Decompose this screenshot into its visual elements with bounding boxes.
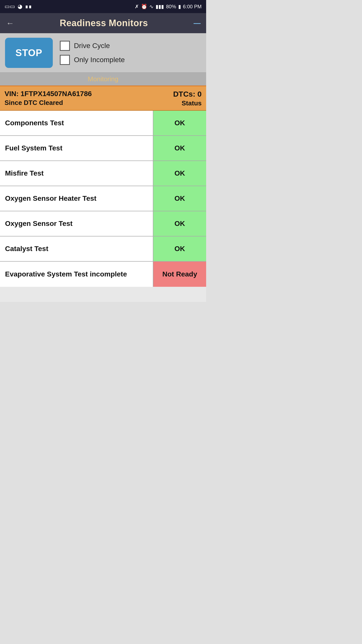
table-row: Fuel System TestOK [0, 136, 206, 161]
monitoring-text: Monitoring [88, 75, 118, 83]
controls-bar: STOP Drive Cycle Only Incomplete [0, 33, 206, 72]
status-bar-right: ✗ ⏰ ∿ ▮▮▮ 80% ▮ 6:00 PM [135, 4, 202, 10]
stop-button[interactable]: STOP [5, 38, 53, 68]
since-dtc-label: Since DTC Cleared [5, 99, 92, 107]
page-title: Readiness Monitors [60, 18, 148, 28]
dtcs-section: DTCs: 0 Status [173, 90, 202, 107]
only-incomplete-row: Only Incomplete [60, 55, 125, 65]
nav-bar: ← Readiness Monitors — [0, 13, 206, 33]
table-row: Oxygen Sensor TestOK [0, 211, 206, 236]
battery-text: 80% [166, 4, 176, 10]
test-status-cell: OK [153, 186, 206, 211]
test-status-cell: OK [153, 136, 206, 160]
test-name-cell: Fuel System Test [0, 136, 153, 160]
drive-cycle-label: Drive Cycle [74, 42, 110, 50]
vin-left: VIN: 1FTPX14507NA61786 Since DTC Cleared [5, 90, 92, 107]
test-table: Components TestOKFuel System TestOKMisfi… [0, 111, 206, 287]
table-row: Oxygen Sensor Heater TestOK [0, 186, 206, 211]
table-row: Evaporative System Test incompleteNot Re… [0, 262, 206, 287]
test-name-cell: Evaporative System Test incomplete [0, 262, 153, 287]
clock-time: 6:00 PM [183, 4, 202, 10]
drive-cycle-checkbox[interactable] [60, 41, 70, 51]
menu-icon[interactable]: — [194, 19, 200, 27]
drive-cycle-row: Drive Cycle [60, 41, 125, 51]
only-incomplete-label: Only Incomplete [74, 56, 125, 64]
table-row: Components TestOK [0, 111, 206, 136]
monitoring-bar: Monitoring [0, 72, 206, 86]
test-name-cell: Oxygen Sensor Heater Test [0, 186, 153, 211]
back-button[interactable]: ← [6, 19, 14, 28]
status-bar: ▭▭ ◕ ∎∎ ✗ ⏰ ∿ ▮▮▮ 80% ▮ 6:00 PM [0, 0, 206, 13]
test-name-cell: Misfire Test [0, 161, 153, 186]
voicemail-icon: ▭▭ [5, 3, 15, 10]
only-incomplete-checkbox[interactable] [60, 55, 70, 65]
test-status-cell: Not Ready [153, 262, 206, 287]
table-row: Catalyst TestOK [0, 236, 206, 262]
bottom-area [0, 287, 206, 302]
bluetooth-icon: ✗ [135, 4, 139, 10]
apps-icon: ∎∎ [25, 3, 32, 10]
alarm-icon: ⏰ [141, 4, 147, 10]
wifi-icon: ∿ [149, 4, 154, 10]
test-status-cell: OK [153, 211, 206, 236]
vin-number: VIN: 1FTPX14507NA61786 [5, 90, 92, 98]
status-column-label: Status [182, 99, 202, 107]
checkboxes-group: Drive Cycle Only Incomplete [60, 41, 125, 65]
test-name-cell: Components Test [0, 111, 153, 135]
test-status-cell: OK [153, 111, 206, 135]
test-name-cell: Oxygen Sensor Test [0, 211, 153, 236]
dtcs-count: DTCs: 0 [173, 90, 202, 98]
headset-icon: ◕ [18, 3, 22, 10]
status-bar-left: ▭▭ ◕ ∎∎ [5, 3, 32, 10]
test-status-cell: OK [153, 236, 206, 261]
test-name-cell: Catalyst Test [0, 236, 153, 261]
vin-header: VIN: 1FTPX14507NA61786 Since DTC Cleared… [0, 86, 206, 111]
signal-icon: ▮▮▮ [156, 4, 164, 10]
table-row: Misfire TestOK [0, 161, 206, 186]
test-status-cell: OK [153, 161, 206, 186]
battery-icon: ▮ [178, 4, 181, 10]
